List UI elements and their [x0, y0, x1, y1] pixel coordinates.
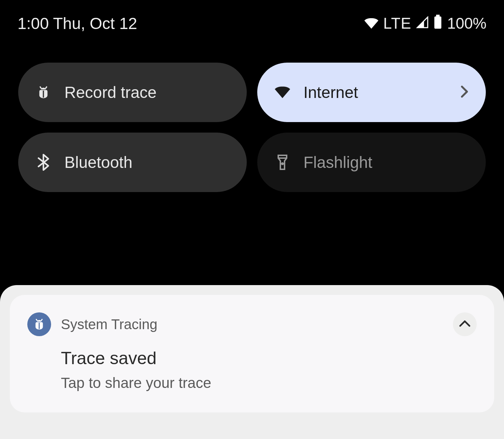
wifi-icon — [364, 15, 378, 32]
quick-settings-tiles: Record trace Internet Bluetooth — [0, 40, 504, 192]
bluetooth-label: Bluetooth — [64, 153, 229, 172]
status-right: LTE 100% — [364, 15, 486, 32]
svg-rect-2 — [43, 91, 44, 98]
record-trace-tile[interactable]: Record trace — [18, 63, 247, 122]
notification-shade: System Tracing Trace saved Tap to share … — [0, 285, 504, 439]
notification-card[interactable]: System Tracing Trace saved Tap to share … — [10, 295, 494, 412]
battery-icon — [434, 15, 442, 32]
notification-body: Trace saved Tap to share your trace — [61, 348, 477, 391]
bug-icon — [36, 85, 51, 100]
bluetooth-tile[interactable]: Bluetooth — [18, 133, 247, 192]
svg-rect-1 — [434, 16, 441, 29]
flashlight-tile[interactable]: Flashlight — [257, 133, 486, 192]
status-bar: 1:00 Thu, Oct 12 LTE 100% — [0, 0, 504, 40]
chevron-up-icon — [459, 320, 471, 328]
notification-title: Trace saved — [61, 348, 477, 368]
notification-app-icon — [27, 312, 51, 336]
collapse-button[interactable] — [453, 312, 477, 336]
battery-percentage: 100% — [447, 15, 486, 32]
chevron-right-icon — [461, 85, 468, 99]
svg-rect-5 — [39, 323, 40, 329]
network-label: LTE — [383, 15, 411, 32]
svg-rect-0 — [436, 15, 440, 16]
flashlight-icon — [275, 155, 290, 170]
wifi-icon — [275, 85, 290, 100]
internet-tile[interactable]: Internet — [257, 63, 486, 122]
notification-text: Tap to share your trace — [61, 375, 477, 391]
notification-app-name: System Tracing — [61, 317, 443, 332]
internet-label: Internet — [303, 83, 461, 102]
notification-header: System Tracing — [27, 312, 477, 336]
bluetooth-icon — [36, 155, 51, 170]
status-time-date: 1:00 Thu, Oct 12 — [18, 14, 137, 33]
svg-point-4 — [282, 163, 283, 164]
record-trace-label: Record trace — [64, 83, 229, 102]
signal-icon — [416, 15, 429, 32]
flashlight-label: Flashlight — [303, 153, 468, 172]
